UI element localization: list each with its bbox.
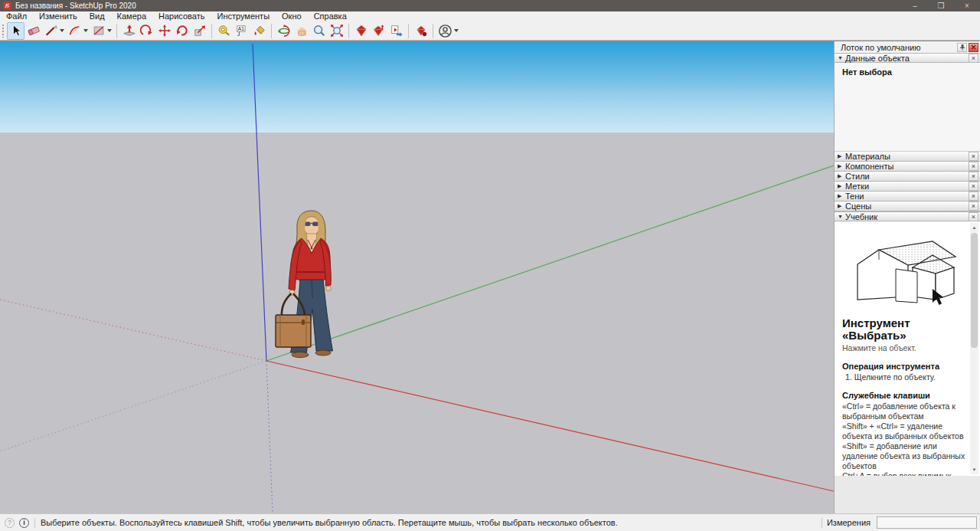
rotate-icon [175, 24, 189, 38]
menu-help[interactable]: Справка [308, 11, 353, 21]
select-arrow-icon [9, 24, 23, 38]
entity-info-body: Нет выбора [835, 63, 980, 152]
menu-file[interactable]: Файл [0, 11, 33, 21]
zoom-extents-tool-button[interactable] [328, 22, 345, 40]
arc-icon [68, 24, 82, 38]
instructor-scrollbar[interactable]: ▲ ▼ [970, 223, 978, 474]
model-viewport[interactable] [0, 41, 834, 513]
panel-close-button[interactable]: × [969, 212, 978, 221]
statusbar-divider [822, 518, 822, 528]
scale-tool-button[interactable] [191, 22, 208, 40]
select-tool-button[interactable] [7, 22, 24, 40]
maximize-button[interactable]: ❐ [928, 0, 954, 11]
menu-draw[interactable]: Нарисовать [152, 11, 211, 21]
scroll-up-icon[interactable]: ▲ [970, 223, 978, 232]
measurements-input[interactable] [877, 516, 977, 529]
panel-close-button[interactable]: × [969, 172, 978, 181]
line-tool-dropdown[interactable] [60, 29, 64, 32]
statusbar-divider [34, 518, 35, 528]
follow-me-icon [140, 24, 154, 38]
panel-header-tags[interactable]: ▶ Метки × [835, 182, 980, 192]
share-component-button[interactable] [387, 22, 405, 40]
menu-view[interactable]: Вид [83, 11, 111, 21]
red-axis-positive [266, 361, 834, 491]
panel-close-button[interactable]: × [969, 192, 978, 201]
scale-icon [193, 24, 207, 38]
menu-bar: Файл Изменить Вид Камера Нарисовать Инст… [0, 11, 980, 21]
3d-warehouse-gem-icon [354, 24, 368, 38]
menu-tools[interactable]: Инструменты [211, 11, 276, 21]
panel-label: Компоненты [845, 162, 969, 171]
scrollbar-thumb[interactable] [971, 233, 978, 348]
3d-warehouse-button[interactable] [352, 22, 370, 40]
toolbar-separator [433, 24, 433, 38]
blue-axis-negative [266, 361, 273, 513]
panel-header-instructor[interactable]: ▼ Учебник × [835, 211, 980, 221]
close-button[interactable]: × [954, 0, 980, 11]
tray-pin-button[interactable] [957, 43, 967, 52]
panel-label: Данные объекта [845, 54, 969, 63]
tray-close-button[interactable] [969, 43, 978, 52]
paint-bucket-tool-button[interactable] [250, 22, 268, 40]
default-tray: Лоток по умолчанию ▼ Данные объекта × [834, 41, 980, 513]
arc-tool-dropdown[interactable] [83, 29, 88, 32]
sketchup-window: Без названия - SketchUp Pro 2020 – ❐ × Ф… [0, 0, 980, 531]
eraser-icon [27, 24, 41, 38]
tutorial-key-line: Ctrl+A = выбор всех видимых объектов мод… [842, 471, 966, 476]
tutorial-key-line: «Shift» + «Ctrl» = удаление объекта из в… [842, 421, 966, 441]
zoom-tool-button[interactable] [310, 22, 328, 40]
tape-measure-tool-button[interactable] [215, 22, 233, 40]
panel-close-button[interactable]: × [969, 152, 978, 161]
geolocation-help-icon[interactable]: ? [5, 518, 15, 528]
arc-tool-button[interactable] [66, 22, 83, 40]
rectangle-tool-dropdown[interactable] [107, 29, 112, 32]
chevron-right-icon: ▶ [838, 193, 845, 199]
panel-close-button[interactable]: × [969, 202, 978, 211]
eraser-tool-button[interactable] [24, 22, 42, 40]
info-icon[interactable]: i [19, 518, 29, 528]
account-dropdown[interactable] [454, 29, 459, 32]
tray-title: Лоток по умолчанию [841, 43, 920, 52]
tutorial-operation-title: Операция инструмента [842, 362, 966, 371]
measurements-label: Измерения [827, 518, 871, 527]
scroll-down-icon[interactable]: ▼ [970, 465, 978, 474]
orbit-icon [277, 24, 291, 38]
share-model-gem-icon [372, 24, 386, 38]
rotate-tool-button[interactable] [173, 22, 191, 40]
panel-close-button[interactable]: × [969, 162, 978, 171]
push-pull-tool-button[interactable] [120, 22, 138, 40]
share-model-button[interactable] [370, 22, 387, 40]
orbit-tool-button[interactable] [275, 22, 292, 40]
move-icon [158, 24, 172, 38]
select-tool-illustration [847, 229, 962, 310]
window-title: Без названия - SketchUp Pro 2020 [15, 2, 136, 10]
panel-header-materials[interactable]: ▶ Материалы × [835, 152, 980, 162]
panel-header-scenes[interactable]: ▶ Сцены × [835, 202, 980, 211]
minimize-button[interactable]: – [902, 0, 928, 11]
extension-warehouse-button[interactable] [412, 22, 430, 40]
sketchup-logo-icon [3, 2, 11, 10]
move-tool-button[interactable] [155, 22, 173, 40]
menu-camera[interactable]: Камера [111, 11, 152, 21]
toolbar-separator [271, 24, 272, 38]
rectangle-tool-button[interactable] [90, 22, 107, 40]
line-tool-button[interactable] [42, 22, 60, 40]
tutorial-key-line: «Shift» = добавление или удаление объект… [842, 441, 966, 471]
panel-close-button[interactable]: × [969, 182, 978, 191]
text-tool-button[interactable]: A1 [233, 22, 250, 40]
follow-me-tool-button[interactable] [138, 22, 155, 40]
menu-edit[interactable]: Изменить [33, 11, 83, 21]
toolbar-grip[interactable] [2, 24, 5, 38]
person-figure[interactable] [270, 208, 346, 361]
panel-close-button[interactable]: × [969, 54, 978, 63]
chevron-right-icon: ▶ [838, 153, 845, 159]
panel-header-entity-info[interactable]: ▼ Данные объекта × [835, 53, 980, 63]
close-icon [971, 44, 976, 50]
panel-header-styles[interactable]: ▶ Стили × [835, 172, 980, 182]
menu-window[interactable]: Окно [276, 11, 308, 21]
panel-label: Материалы [845, 152, 969, 161]
panel-header-components[interactable]: ▶ Компоненты × [835, 162, 980, 172]
panel-header-shadows[interactable]: ▶ Тени × [835, 192, 980, 202]
account-button[interactable] [436, 22, 454, 40]
pan-tool-button[interactable] [292, 22, 310, 40]
